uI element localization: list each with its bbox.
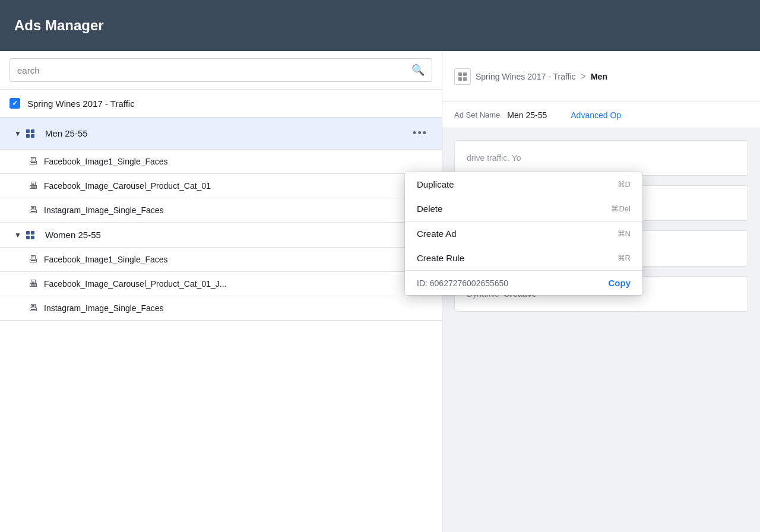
- ad-row-women-2[interactable]: 🖶 Facebook_Image_Carousel_Product_Cat_01…: [0, 272, 442, 296]
- search-wrapper[interactable]: 🔍: [10, 58, 432, 82]
- search-icon: 🔍: [411, 64, 425, 77]
- right-tabs: Ad Set Name Men 25-55 Advanced Op: [442, 102, 760, 128]
- advanced-ops[interactable]: Advanced Op: [571, 110, 621, 120]
- svg-rect-0: [458, 72, 462, 76]
- context-menu-duplicate-label: Duplicate: [417, 179, 454, 189]
- collapse-arrow-women[interactable]: ▼: [14, 231, 21, 239]
- app-header: Ads Manager: [0, 0, 760, 51]
- monitor-icon-men-3: 🖶: [28, 205, 38, 216]
- ad-name-men-1: Facebook_Image1_Single_Faces: [44, 157, 168, 166]
- breadcrumb-campaign: Spring Wines 2017 - Traffic: [476, 72, 576, 81]
- adset-name-men: Men 25-55: [45, 128, 408, 138]
- adset-name-women: Women 25-55: [45, 230, 432, 240]
- svg-rect-3: [463, 77, 467, 81]
- adset-row-men[interactable]: ▼ Men 25-55 •••: [0, 118, 442, 150]
- campaign-checkbox[interactable]: [10, 98, 20, 109]
- breadcrumb-panel-icon[interactable]: [454, 68, 471, 85]
- more-button-men[interactable]: •••: [408, 125, 432, 142]
- breadcrumb: Spring Wines 2017 - Traffic > Men: [454, 68, 607, 85]
- monitor-icon-men-1: 🖶: [28, 156, 38, 167]
- ad-row-men-1[interactable]: 🖶 Facebook_Image1_Single_Faces: [0, 150, 442, 174]
- adset-row-women[interactable]: ▼ Women 25-55: [0, 223, 442, 248]
- left-panel: 🔍 Spring Wines 2017 - Traffic ▼ Men 25-5…: [0, 51, 442, 532]
- ad-row-men-3[interactable]: 🖶 Instagram_Image_Single_Faces: [0, 198, 442, 223]
- drive-traffic-text: drive traffic. Yo: [467, 153, 521, 163]
- context-menu-id-text: ID: 60627276002655650: [417, 278, 508, 288]
- main-layout: 🔍 Spring Wines 2017 - Traffic ▼ Men 25-5…: [0, 51, 760, 532]
- context-menu: Duplicate ⌘D Delete ⌘Del Create Ad ⌘N Cr…: [405, 172, 642, 295]
- context-menu-id-row: ID: 60627276002655650 Copy: [405, 271, 642, 295]
- monitor-icon-women-2: 🖶: [28, 278, 38, 289]
- search-bar: 🔍: [0, 51, 442, 90]
- context-menu-delete-label: Delete: [417, 204, 442, 214]
- context-menu-create-ad-label: Create Ad: [417, 229, 457, 239]
- context-menu-create-rule-shortcut: ⌘R: [618, 254, 631, 262]
- ad-set-label: Ad Set Name: [454, 110, 500, 119]
- app-title: Ads Manager: [14, 17, 104, 34]
- search-input[interactable]: [17, 65, 411, 75]
- right-header: Spring Wines 2017 - Traffic > Men: [442, 51, 760, 102]
- ad-set-value: Men 25-55: [507, 110, 547, 120]
- collapse-arrow-men[interactable]: ▼: [14, 129, 21, 138]
- content-drive-traffic: drive traffic. Yo: [454, 140, 748, 176]
- ad-row-men-2[interactable]: 🖶 Facebook_Image_Carousel_Product_Cat_01: [0, 174, 442, 198]
- monitor-icon-women-3: 🖶: [28, 303, 38, 314]
- context-menu-duplicate[interactable]: Duplicate ⌘D: [405, 172, 642, 197]
- svg-rect-1: [463, 72, 467, 76]
- monitor-icon-women-1: 🖶: [28, 254, 38, 265]
- context-menu-create-rule-label: Create Rule: [417, 253, 464, 263]
- copy-button[interactable]: Copy: [609, 278, 631, 288]
- campaign-row[interactable]: Spring Wines 2017 - Traffic: [0, 90, 442, 118]
- adset-grid-icon-men: [26, 129, 34, 138]
- campaign-name: Spring Wines 2017 - Traffic: [27, 99, 135, 109]
- context-menu-duplicate-shortcut: ⌘D: [618, 180, 631, 189]
- ad-name-men-2: Facebook_Image_Carousel_Product_Cat_01: [44, 181, 211, 191]
- breadcrumb-separator: >: [581, 71, 586, 82]
- adset-grid-icon-women: [26, 231, 34, 239]
- ad-name-women-2: Facebook_Image_Carousel_Product_Cat_01_J…: [44, 279, 226, 289]
- context-menu-create-ad-shortcut: ⌘N: [618, 229, 631, 238]
- context-menu-delete-shortcut: ⌘Del: [611, 204, 631, 213]
- context-menu-delete[interactable]: Delete ⌘Del: [405, 197, 642, 221]
- ad-name-men-3: Instagram_Image_Single_Faces: [44, 205, 164, 215]
- context-menu-create-rule[interactable]: Create Rule ⌘R: [405, 246, 642, 270]
- svg-rect-2: [458, 77, 462, 81]
- ad-name-women-1: Facebook_Image1_Single_Faces: [44, 255, 168, 264]
- context-menu-create-ad[interactable]: Create Ad ⌘N: [405, 221, 642, 246]
- ad-row-women-3[interactable]: 🖶 Instagram_Image_Single_Faces: [0, 296, 442, 321]
- breadcrumb-current: Men: [591, 72, 607, 81]
- monitor-icon-men-2: 🖶: [28, 180, 38, 191]
- ad-row-women-1[interactable]: 🖶 Facebook_Image1_Single_Faces: [0, 248, 442, 272]
- ad-name-women-3: Instagram_Image_Single_Faces: [44, 303, 164, 313]
